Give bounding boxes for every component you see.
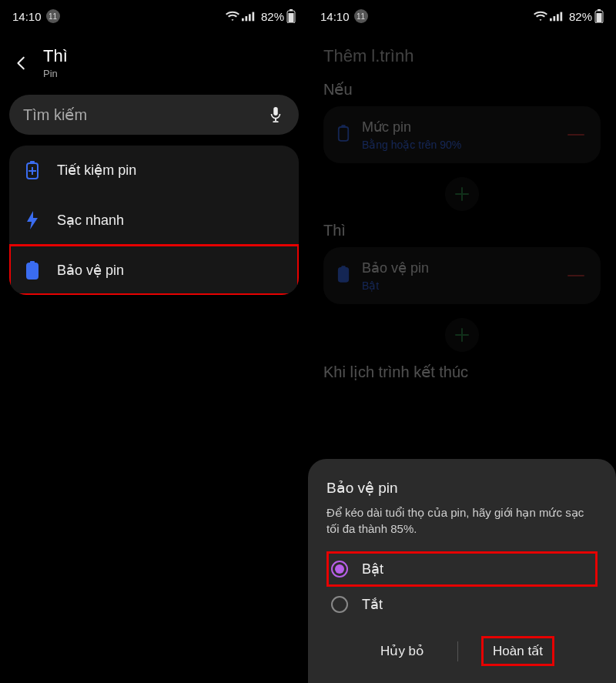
list-item-label: Sạc nhanh	[57, 212, 124, 229]
battery-protect-icon	[23, 261, 42, 280]
notification-count-badge: 11	[354, 9, 368, 23]
section-end-label: Khi lịch trình kết thúc	[323, 363, 601, 381]
status-bar: 14:10 11 82%	[0, 0, 308, 32]
status-bar: 14:10 11 82%	[308, 0, 616, 32]
plus-icon	[454, 186, 470, 203]
routine-editor: Thêm l.trình Nếu Mức pin Bằng hoặc trên …	[308, 32, 616, 381]
battery-protect-icon	[337, 266, 350, 286]
mic-icon[interactable]	[268, 106, 285, 123]
if-condition-card[interactable]: Mức pin Bằng hoặc trên 90%	[323, 106, 601, 163]
radio-icon-unselected	[331, 596, 348, 613]
svg-rect-2	[249, 14, 251, 21]
page-subtitle: Pin	[43, 68, 68, 79]
bolt-icon	[23, 211, 42, 229]
svg-rect-16	[550, 18, 552, 22]
svg-rect-1	[245, 16, 247, 21]
page-header: Thì Pin	[0, 32, 308, 89]
add-condition-button[interactable]	[445, 177, 479, 211]
notification-count-badge: 11	[46, 9, 60, 23]
svg-rect-24	[339, 127, 348, 141]
remove-action-button[interactable]	[565, 265, 587, 286]
list-item-battery-saver[interactable]: Tiết kiệm pin	[9, 146, 299, 195]
if-card-sub: Bằng hoặc trên 90%	[362, 139, 553, 151]
search-placeholder: Tìm kiếm	[23, 105, 268, 124]
svg-rect-15	[27, 263, 38, 279]
svg-rect-18	[557, 14, 559, 21]
cancel-button[interactable]: Hủy bỏ	[370, 637, 434, 665]
radio-option-on[interactable]: Bật	[326, 551, 598, 587]
right-screenshot: 14:10 11 82% Thêm l.trình Nếu Mức pin Bằ…	[308, 0, 616, 683]
then-action-card[interactable]: Bảo vệ pin Bật	[323, 247, 601, 304]
minus-icon	[567, 275, 584, 276]
svg-rect-3	[252, 12, 254, 22]
options-list: Tiết kiệm pin Sạc nhanh Bảo vệ pin	[9, 146, 299, 295]
section-then-label: Thì	[323, 222, 601, 239]
radio-icon-selected	[331, 561, 348, 578]
page-title: Thì	[43, 46, 68, 66]
plus-icon	[454, 326, 470, 343]
svg-rect-6	[289, 13, 294, 22]
status-time: 14:10	[320, 10, 350, 23]
battery-icon	[594, 9, 604, 23]
svg-rect-0	[242, 18, 244, 22]
remove-condition-button[interactable]	[565, 124, 587, 146]
battery-percent: 82%	[261, 10, 284, 23]
svg-rect-26	[339, 268, 348, 282]
dialog-actions: Hủy bỏ Hoàn tất	[326, 636, 598, 666]
status-right-icons: 82%	[534, 9, 604, 23]
add-action-button[interactable]	[445, 318, 479, 352]
dialog-description: Để kéo dài tuổi thọ của pin, hãy giới hạ…	[326, 504, 598, 538]
section-if-label: Nếu	[323, 80, 601, 99]
svg-rect-7	[273, 107, 278, 116]
list-item-label: Bảo vệ pin	[57, 262, 124, 279]
signal-icon	[550, 11, 564, 22]
list-item-battery-protect[interactable]: Bảo vệ pin	[9, 245, 299, 295]
wifi-icon	[226, 11, 239, 22]
list-item-fast-charge[interactable]: Sạc nhanh	[9, 195, 299, 245]
page-title: Thêm l.trình	[323, 46, 601, 66]
list-item-label: Tiết kiệm pin	[57, 162, 136, 179]
battery-saver-icon	[23, 161, 42, 179]
svg-rect-9	[273, 121, 278, 122]
status-right-icons: 82%	[226, 9, 296, 23]
battery-icon	[286, 9, 296, 23]
then-card-label: Bảo vệ pin	[362, 259, 553, 276]
battery-protect-dialog: Bảo vệ pin Để kéo dài tuổi thọ của pin, …	[308, 459, 616, 684]
dialog-title: Bảo vệ pin	[326, 479, 598, 497]
chevron-left-icon	[13, 55, 30, 72]
svg-rect-19	[560, 12, 562, 22]
radio-label: Bật	[362, 561, 383, 578]
radio-label: Tắt	[362, 596, 383, 613]
battery-percent: 82%	[569, 10, 592, 23]
back-button[interactable]	[12, 54, 31, 72]
search-input[interactable]: Tìm kiếm	[9, 95, 299, 135]
svg-rect-17	[553, 16, 555, 21]
left-screenshot: 14:10 11 82% Thì Pin Tìm kiếm	[0, 0, 308, 683]
done-button[interactable]: Hoàn tất	[481, 636, 554, 666]
status-time: 14:10	[12, 10, 42, 23]
minus-icon	[567, 134, 584, 136]
wifi-icon	[534, 11, 547, 22]
signal-icon	[242, 11, 256, 22]
svg-rect-13	[28, 170, 36, 172]
action-separator	[457, 641, 458, 661]
svg-rect-8	[275, 119, 276, 122]
svg-rect-22	[597, 13, 602, 22]
then-card-sub: Bật	[362, 280, 553, 292]
if-card-label: Mức pin	[362, 119, 553, 136]
radio-option-off[interactable]: Tắt	[326, 587, 598, 622]
battery-level-icon	[337, 125, 350, 145]
